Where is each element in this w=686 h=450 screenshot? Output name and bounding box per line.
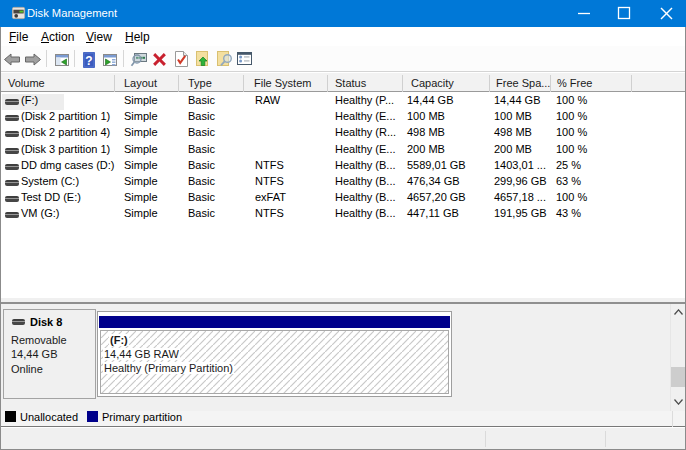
svg-text:?: ? (85, 54, 92, 68)
